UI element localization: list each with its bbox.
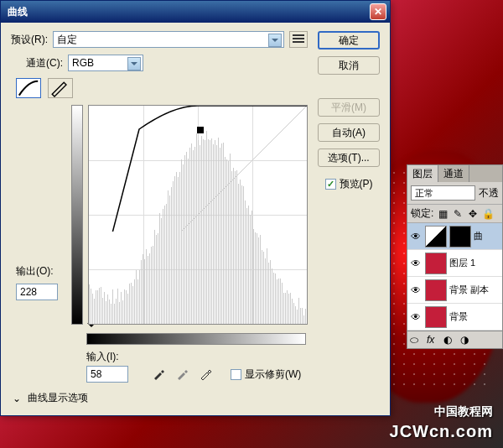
visibility-icon[interactable]: 👁 [409,257,423,270]
gray-eyedropper[interactable] [174,367,190,381]
layer-row[interactable]: 👁 背景 [407,304,502,331]
cancel-button[interactable]: 取消 [318,56,380,75]
preset-label: 预设(R): [11,33,48,47]
adjustment-icon[interactable]: ◑ [460,334,472,346]
tab-channels[interactable]: 通道 [438,165,469,182]
layer-thumb [425,279,447,301]
pencil-icon [49,79,72,97]
opacity-label: 不透 [479,186,499,201]
lock-all-icon[interactable]: 🔒 [482,208,494,220]
white-eyedropper[interactable] [197,367,214,381]
show-clipping-checkbox[interactable] [231,369,241,380]
curve-path [89,106,340,232]
curve-icon [17,79,40,97]
layer-name: 曲 [474,230,483,242]
channel-label: 通道(C): [26,56,63,70]
visibility-icon[interactable]: 👁 [409,284,423,297]
watermark-cn: 中国教程网 [434,404,493,419]
channel-combo[interactable]: RGB [68,55,143,71]
input-label: 输入(I): [86,350,137,364]
output-gradient [71,105,83,325]
curve-display-options-toggle[interactable]: ⌄ 曲线显示选项 [11,391,308,405]
preview-label: 预览(P) [340,177,373,191]
layer-thumb [425,253,447,274]
layer-name: 背景 副本 [449,284,489,296]
layer-name: 图层 1 [449,257,475,269]
lock-transparent-icon[interactable]: ▦ [437,208,449,220]
layer-thumb-curves [425,226,447,247]
black-eyedropper[interactable] [150,367,167,381]
layer-thumb [425,306,447,328]
close-button[interactable]: ✕ [370,3,386,20]
layer-list: 👁 曲 👁 图层 1 👁 背景 副本 👁 背景 [407,223,502,331]
curve-display-options-label: 曲线显示选项 [28,391,88,405]
fx-icon[interactable]: fx [427,334,438,346]
layer-mask-thumb [449,226,471,247]
lock-paint-icon[interactable]: ✎ [452,208,464,220]
preset-combo[interactable]: 自定 [53,31,284,48]
blend-mode-combo[interactable]: 正常 [411,185,475,201]
link-icon[interactable]: ⬭ [410,334,422,346]
watermark-en: JCWcn.com [390,422,493,441]
input-gradient [86,333,306,345]
lock-position-icon[interactable]: ✥ [467,208,479,220]
visibility-icon[interactable]: 👁 [409,310,423,324]
menu-icon [293,34,304,44]
layer-row[interactable]: 👁 曲 [407,223,502,250]
titlebar[interactable]: 曲线 ✕ [1,1,390,23]
curve-graph[interactable] [88,105,308,325]
input-input[interactable] [86,366,128,383]
layer-row[interactable]: 👁 图层 1 [407,250,502,277]
output-input[interactable] [16,284,58,300]
ok-button[interactable]: 确定 [318,31,380,49]
layer-name: 背景 [449,310,468,323]
tab-layers[interactable]: 图层 [407,165,438,182]
lock-label: 锁定: [411,206,433,221]
preset-menu-button[interactable] [289,31,308,48]
visibility-icon[interactable]: 👁 [409,230,423,243]
mask-icon[interactable]: ◐ [443,334,455,346]
curve-control-point[interactable] [197,127,204,133]
dialog-title: 曲线 [4,5,370,19]
pencil-tool[interactable] [48,78,73,98]
output-label: 输出(O): [16,264,66,279]
layer-row[interactable]: 👁 背景 副本 [407,277,502,304]
chevron-down-icon: ⌄ [11,393,23,404]
show-clipping-label: 显示修剪(W) [245,367,301,382]
curve-point-tool[interactable] [16,78,41,98]
layers-panel: 图层 通道 正常 不透 锁定: ▦ ✎ ✥ 🔒 👁 曲 👁 图层 1 👁 背景 … [407,164,503,349]
curves-dialog: 曲线 ✕ 预设(R): 自定 通道(C): RGB [0,0,391,416]
